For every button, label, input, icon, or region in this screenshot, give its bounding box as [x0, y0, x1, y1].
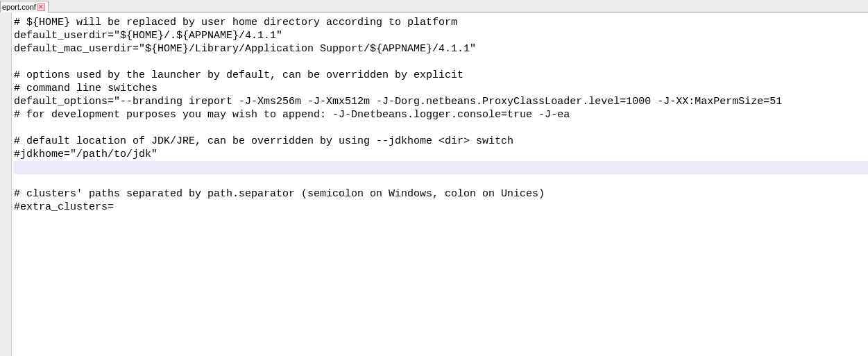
editor-line[interactable]: # options used by the launcher by defaul… [14, 69, 868, 82]
editor-container: # ${HOME} will be replaced by user home … [0, 12, 868, 356]
code-editor[interactable]: # ${HOME} will be replaced by user home … [12, 12, 868, 356]
editor-line[interactable]: default_mac_userdir="${HOME}/Library/App… [14, 42, 868, 56]
editor-line[interactable] [14, 174, 868, 187]
tab-label: eport.conf [2, 2, 36, 12]
editor-line[interactable]: # ${HOME} will be replaced by user home … [14, 16, 868, 29]
editor-line[interactable]: # clusters' paths separated by path.sepa… [14, 187, 868, 201]
editor-line[interactable]: default_userdir="${HOME}/.${APPNAME}/4.1… [14, 29, 868, 42]
file-tab[interactable]: eport.conf ✕ [0, 1, 49, 12]
editor-gutter [0, 12, 12, 356]
editor-line[interactable] [14, 121, 868, 135]
editor-line[interactable]: # default location of JDK/JRE, can be ov… [14, 135, 868, 148]
editor-line[interactable] [14, 161, 868, 174]
editor-line[interactable]: #extra_clusters= [14, 201, 868, 214]
editor-line[interactable]: # command line switches [14, 82, 868, 95]
tab-bar: eport.conf ✕ [0, 0, 868, 12]
editor-line[interactable]: # for development purposes you may wish … [14, 108, 868, 121]
editor-line[interactable]: #jdkhome="/path/to/jdk" [14, 148, 868, 161]
close-icon[interactable]: ✕ [37, 3, 45, 11]
editor-line[interactable] [14, 56, 868, 69]
editor-line[interactable]: default_options="--branding ireport -J-X… [14, 95, 868, 108]
